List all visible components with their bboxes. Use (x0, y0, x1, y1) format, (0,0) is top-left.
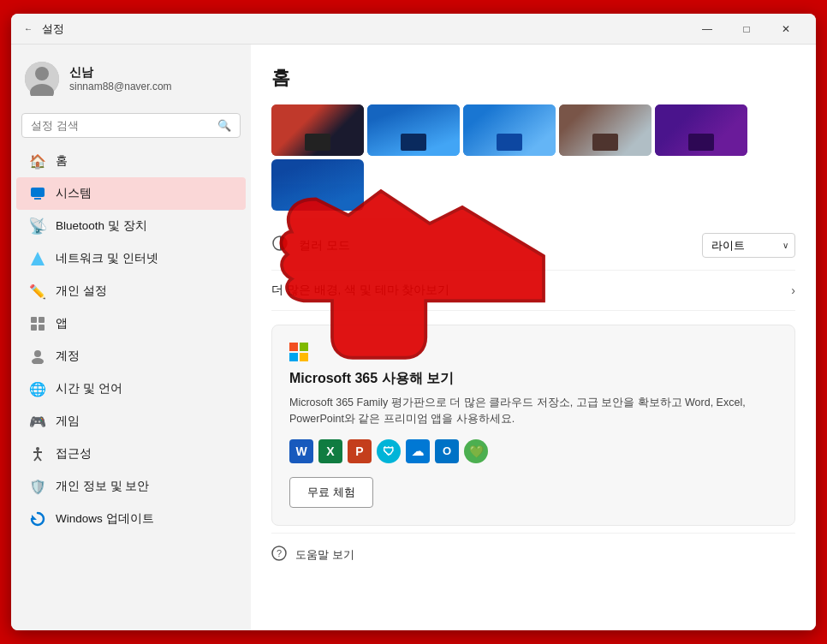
bluetooth-icon: 📡 (30, 218, 45, 234)
svg-point-10 (34, 350, 41, 357)
accounts-icon (30, 349, 45, 364)
help-footer: ? 도움말 보기 (271, 533, 795, 576)
gaming-icon: 🎮 (30, 414, 45, 429)
sidebar-item-personalization[interactable]: ✏️ 개인 설정 (16, 275, 246, 307)
help-label[interactable]: 도움말 보기 (295, 547, 354, 563)
word-icon: W (289, 439, 313, 463)
apps-icon (30, 316, 45, 331)
system-icon (30, 186, 45, 201)
avatar (25, 62, 59, 96)
svg-marker-17 (32, 515, 37, 520)
sidebar-item-system[interactable]: 시스템 (16, 177, 246, 210)
sidebar-item-time-label: 시간 및 언어 (56, 381, 122, 397)
sidebar-item-bluetooth[interactable]: 📡 Bluetooth 및 장치 (16, 210, 246, 242)
wallpaper-strip-2 (271, 159, 795, 211)
user-name: 신남 (69, 65, 172, 80)
chevron-right-icon: › (791, 283, 795, 297)
close-button[interactable]: ✕ (766, 15, 806, 43)
page-title: 홈 (271, 65, 795, 91)
svg-marker-5 (31, 252, 45, 265)
sidebar-item-privacy-label: 개인 정보 및 보안 (56, 479, 149, 494)
sidebar-item-update[interactable]: Windows 업데이트 (16, 503, 246, 535)
search-icon: 🔍 (217, 119, 231, 132)
privacy-icon: 🛡️ (30, 479, 45, 494)
main-panel: 홈 (251, 45, 816, 630)
ms365-title: Microsoft 365 사용해 보기 (289, 370, 777, 388)
time-icon: 🌐 (30, 381, 45, 397)
accessibility-icon (30, 446, 45, 462)
sidebar-item-network[interactable]: 네트워크 및 인터넷 (16, 242, 246, 275)
sidebar: 신남 sinnam88@naver.com 🔍 🏠 홈 시스템 📡 (11, 45, 251, 630)
outlook-icon: O (435, 439, 459, 463)
wallpaper-thumb-6[interactable] (271, 159, 364, 211)
maximize-button[interactable]: □ (727, 15, 766, 43)
svg-point-11 (32, 358, 44, 364)
sidebar-item-personalization-label: 개인 설정 (56, 283, 107, 299)
svg-text:?: ? (277, 548, 282, 558)
ms-logo-blue (289, 353, 298, 361)
svg-line-16 (38, 456, 41, 461)
user-section[interactable]: 신남 sinnam88@naver.com (11, 51, 251, 110)
back-button[interactable]: ← (21, 22, 35, 36)
sidebar-item-accessibility-label: 접근성 (56, 446, 92, 462)
sidebar-item-accounts-label: 계정 (56, 349, 80, 364)
wallpaper-thumb-3[interactable] (463, 104, 556, 156)
ms-logo-green (300, 343, 308, 351)
powerpoint-icon: P (348, 439, 372, 463)
sidebar-item-bluetooth-label: Bluetooth 및 장치 (56, 218, 147, 234)
wallpaper-thumb-4[interactable] (559, 104, 651, 156)
sidebar-item-home-label: 홈 (56, 153, 68, 169)
wallpaper-thumb-2[interactable] (367, 104, 460, 156)
sidebar-item-apps-label: 앱 (56, 316, 68, 331)
sidebar-item-gaming-label: 게임 (56, 414, 80, 429)
svg-rect-3 (31, 188, 45, 197)
sidebar-item-system-label: 시스템 (56, 186, 92, 201)
sidebar-item-privacy[interactable]: 🛡️ 개인 정보 및 보안 (16, 470, 246, 503)
window-controls: — □ ✕ (687, 15, 806, 43)
svg-rect-4 (34, 198, 41, 200)
window-title: 설정 (42, 21, 64, 37)
ms365-apps: W X P 🛡 ☁ O 💚 (289, 439, 777, 463)
ms365-logo (289, 343, 310, 361)
sidebar-item-time[interactable]: 🌐 시간 및 언어 (16, 373, 246, 405)
color-mode-select[interactable]: 라이트 다크 사용자 지정 (702, 233, 795, 258)
wallpaper-thumb-5[interactable] (655, 104, 747, 156)
sidebar-item-gaming[interactable]: 🎮 게임 (16, 405, 246, 438)
color-mode-icon (271, 235, 289, 256)
svg-point-1 (35, 67, 49, 80)
title-bar: ← 설정 — □ ✕ (11, 14, 816, 45)
ms-logo-red (289, 343, 298, 351)
color-mode-row: 컬러 모드 라이트 다크 사용자 지정 (271, 221, 795, 271)
color-mode-label: 컬러 모드 (299, 238, 350, 253)
help-icon: ? (271, 546, 287, 564)
search-box[interactable]: 🔍 (21, 113, 241, 138)
user-email: sinnam88@naver.com (69, 80, 172, 92)
svg-rect-6 (31, 317, 37, 323)
ms365-description: Microsoft 365 Family 평가판으로 더 많은 클라우드 저장소… (289, 395, 777, 427)
svg-point-12 (36, 447, 39, 450)
sidebar-item-network-label: 네트워크 및 인터넷 (56, 251, 158, 266)
defender-icon: 🛡 (377, 439, 401, 463)
sidebar-item-accounts[interactable]: 계정 (16, 340, 246, 373)
wallpaper-thumb-1[interactable] (271, 104, 364, 156)
more-backgrounds-row[interactable]: 더 많은 배경, 색 및 테마 찾아보기 › (271, 271, 795, 311)
sidebar-item-update-label: Windows 업데이트 (56, 511, 154, 527)
teams-icon: 💚 (464, 439, 488, 463)
free-trial-button[interactable]: 무료 체험 (289, 477, 373, 508)
personalization-icon: ✏️ (30, 283, 45, 299)
onedrive-icon: ☁ (406, 439, 430, 463)
home-icon: 🏠 (30, 153, 45, 169)
color-mode-select-wrapper[interactable]: 라이트 다크 사용자 지정 (702, 233, 795, 258)
svg-rect-7 (39, 317, 45, 323)
sidebar-item-accessibility[interactable]: 접근성 (16, 438, 246, 470)
settings-window: ← 설정 — □ ✕ 신남 sinnam88@naver. (11, 14, 816, 630)
search-input[interactable] (31, 119, 211, 132)
ms-logo-yellow (300, 353, 308, 361)
update-icon (30, 511, 45, 527)
more-backgrounds-label: 더 많은 배경, 색 및 테마 찾아보기 (271, 283, 449, 298)
sidebar-item-home[interactable]: 🏠 홈 (16, 145, 246, 177)
svg-rect-8 (31, 325, 37, 331)
sidebar-item-apps[interactable]: 앱 (16, 307, 246, 340)
minimize-button[interactable]: — (687, 15, 727, 43)
ms365-card: Microsoft 365 사용해 보기 Microsoft 365 Famil… (271, 325, 795, 526)
